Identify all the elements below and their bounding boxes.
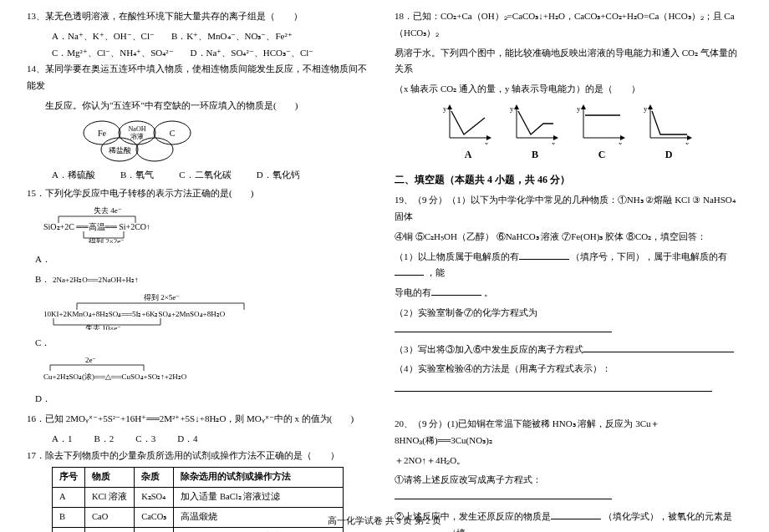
q18-stem1: 18．已知：CO₂+Ca（OH）₂=CaCO₃↓+H₂O，CaCO₃+CO₂+H… (395, 8, 742, 42)
q14-opt-a: A．稀硫酸 (52, 167, 95, 184)
svg-text:10KI+2KMnO₄+8H₂SO₄══5I₂+6K₂SO₄: 10KI+2KMnO₄+8H₂SO₄══5I₂+6K₂SO₄+2MnSO₄+8H… (43, 310, 226, 318)
q13-options-row1: A．Na⁺、K⁺、OH⁻、Cl⁻ B．K⁺、MnO₄⁻、NO₃⁻、Fe²⁺ (27, 28, 374, 45)
page-footer: 高一化学试卷 共 3 页 第 2 页 (0, 515, 769, 527)
q20-sub1-text: ①请将上述反应改写成离子方程式： (395, 474, 542, 484)
graph-b-label: B (532, 146, 538, 165)
graph-d: y x D (644, 103, 694, 165)
q15-label-d: D． (27, 391, 374, 408)
spacer (395, 401, 742, 416)
svg-text:得到 2×2e⁻: 得到 2×2e⁻ (89, 237, 125, 243)
right-column: 18．已知：CO₂+Ca（OH）₂=CaCO₃↓+H₂O，CaCO₃+CO₂+H… (384, 8, 752, 511)
ring-naoh-top: NaOH (129, 125, 146, 133)
q15-a-wrap: 失去 4e⁻ SiO₂+2C ══高温══ Si+2CO↑ 得到 2×2e⁻ (43, 205, 374, 249)
q15-c-diagram: 得到 2×5e⁻ 10KI+2KMnO₄+8H₂SO₄══5I₂+6K₂SO₄+… (43, 291, 311, 330)
q20-sub2c: （填 (447, 528, 466, 532)
q19-sub4-blank (395, 381, 742, 398)
q20-stem1: 20、（9 分）(1)已知铜在常温下能被稀 HNO₃ 溶解，反应为 3Cu＋8H… (395, 416, 742, 449)
q18-graphs: y x A y x B y (395, 103, 742, 165)
q17-th2: 物质 (85, 468, 135, 488)
svg-marker-15 (447, 104, 452, 109)
table-cell: 加入适量 BaCl₂ 溶液过滤 (174, 488, 344, 508)
q16-opt-c: C．3 (135, 431, 155, 448)
svg-text:得到 2×5e⁻: 得到 2×5e⁻ (144, 293, 180, 301)
graph-b: y x B (510, 103, 560, 165)
q19-sub1d: 导电的有 (395, 287, 431, 297)
q17-th4: 除杂选用的试剂或操作方法 (174, 468, 344, 488)
q19-stem2: ④铜 ⑤C₂H₅OH（乙醇） ⑥NaHCO₃ 溶液 ⑦Fe(OH)₃ 胶体 ⑧C… (395, 229, 742, 246)
graph-c: y x C (577, 103, 627, 165)
svg-text:x: x (485, 139, 489, 144)
graph-d-label: D (665, 146, 673, 165)
svg-text:SiO₂+2C ══高温══ Si+2CO↑: SiO₂+2C ══高温══ Si+2CO↑ (43, 222, 150, 231)
q13-opt-a: A．Na⁺、K⁺、OH⁻、Cl⁻ (52, 28, 155, 45)
table-cell: KNO₃ (85, 528, 135, 532)
ring-fe: Fe (98, 129, 107, 138)
left-column: 13、某无色透明溶液，在酸性环境下能大量共存的离子组是（ ） A．Na⁺、K⁺、… (17, 8, 384, 511)
q13-options-row2: C．Mg²⁺、Cl⁻、NH₄⁺、SO₄²⁻ D．Na⁺、SO₄²⁻、HCO₃⁻、… (27, 45, 374, 62)
q15-stem: 15．下列化学反应中电子转移的表示方法正确的是( ) (27, 185, 374, 202)
q13-opt-c: C．Mg²⁺、Cl⁻、NH₄⁺、SO₄²⁻ (52, 45, 174, 62)
q13-opt-d: D．Na⁺、SO₄²⁻、HCO₃⁻、Cl⁻ (191, 45, 314, 62)
q16-options: A．1 B．2 C．3 D．4 (27, 431, 374, 448)
q18-stem2: 易溶于水。下列四个图中，能比较准确地反映出溶液的导电能力和通入 CO₂ 气体量的… (395, 45, 742, 79)
q13-opt-b: B．K⁺、MnO₄⁻、NO₃⁻、Fe²⁺ (171, 28, 293, 45)
q19-sub4: （4）实验室检验④的方法是（用离子方程式表示）： (395, 361, 742, 377)
svg-marker-33 (648, 104, 653, 109)
graph-a-label: A (465, 146, 472, 165)
svg-text:y: y (510, 104, 514, 113)
svg-text:x: x (552, 139, 556, 144)
blank-3 (431, 286, 481, 296)
q19-sub1-cont: 导电的有 。 (395, 285, 742, 301)
graph-a: y x A (443, 103, 493, 165)
q15-b: B． 2Na+2H₂O══2NaOH+H₂↑ (27, 271, 374, 288)
graph-b-svg: y x (510, 103, 560, 144)
q19-sub1a: （1）以上物质属于电解质的有 (395, 251, 519, 261)
q19-sub2: （2）实验室制备⑦的化学方程式为 (395, 305, 742, 338)
q14-opt-c: C．二氧化碳 (179, 167, 231, 184)
svg-text:2e⁻: 2e⁻ (85, 356, 97, 364)
ring-c: C (170, 129, 176, 138)
q16-opt-a: A．1 (52, 431, 72, 448)
table-row: AKCl 溶液K₂SO₄加入适量 BaCl₂ 溶液过滤 (53, 488, 344, 508)
ring-hcl: 稀盐酸 (109, 146, 131, 155)
q15-eq-b: 2Na+2H₂O══2NaOH+H₂↑ (53, 276, 138, 284)
svg-text:x: x (685, 139, 690, 144)
svg-marker-27 (581, 104, 586, 109)
svg-text:y: y (443, 104, 447, 113)
q19-sub1b: （填序号，下同），属于非电解质的有 (571, 251, 727, 261)
q16-opt-b: B．2 (94, 431, 114, 448)
svg-text:失去 4e⁻: 失去 4e⁻ (94, 206, 122, 215)
svg-text:x: x (619, 139, 623, 144)
section-2-title: 二、填空题（本题共 4 小题，共 46 分） (395, 171, 742, 190)
graph-c-label: C (598, 146, 606, 165)
blank-4 (395, 322, 612, 332)
graph-c-svg: y x (577, 103, 627, 144)
q20-sub1: ①请将上述反应改写成离子方程式： (395, 472, 742, 505)
svg-text:y: y (644, 104, 648, 113)
q15-a-diagram: 失去 4e⁻ SiO₂+2C ══高温══ Si+2CO↑ 得到 2×2e⁻ (43, 205, 211, 243)
q14-stem1: 14、某同学要在奥运五连环中填入物质，使相连物质间能发生反应，不相连物质间不能发 (27, 61, 374, 94)
ring-naoh-bot: 溶液 (130, 133, 144, 140)
q15-d-diagram: 2e⁻ Cu+2H₂SO₄(浓)══△══CuSO₄+SO₂↑+2H₂O (43, 354, 261, 386)
svg-point-4 (136, 138, 173, 161)
q19-sub3a: （3）写出将③加入⑥中发生反应的离子方程式 (395, 344, 583, 354)
q17-th3: 杂质 (135, 468, 174, 488)
blank-6 (395, 382, 712, 392)
q15-label-c: C． (27, 335, 374, 352)
table-cell: C (53, 528, 85, 532)
q16-opt-d: D．4 (177, 431, 197, 448)
q13-stem: 13、某无色透明溶液，在酸性环境下能大量共存的离子组是（ ） (27, 8, 374, 25)
svg-text:失去 10×e⁻: 失去 10×e⁻ (85, 324, 121, 330)
svg-text:y: y (577, 104, 581, 113)
graph-d-svg: y x (644, 103, 694, 144)
q14-stem2: 生反应。你认为"五连环"中有空缺的一环应填入的物质是( ) (27, 98, 374, 114)
q19-sub1: （1）以上物质属于电解质的有 （填序号，下同），属于非电解质的有 ，能 (395, 249, 742, 282)
q17-th1: 序号 (53, 468, 85, 488)
table-row: CKNO₃NaCl冷却热的 KNO₃ 饱和溶液，结晶、过滤 (53, 528, 344, 532)
q19-sub2a: （2）实验室制备⑦的化学方程式为 (395, 307, 537, 317)
q14-options: A．稀硫酸 B．氧气 C．二氧化碳 D．氧化钙 (27, 167, 374, 184)
q19-stem1: 19、（9 分）（1）以下为中学化学中常见的几种物质：①NH₃ ②熔融 KCl … (395, 192, 742, 225)
table-cell: NaCl (135, 528, 174, 532)
blank-5 (583, 342, 734, 352)
q15-label-b: B． (35, 274, 50, 284)
